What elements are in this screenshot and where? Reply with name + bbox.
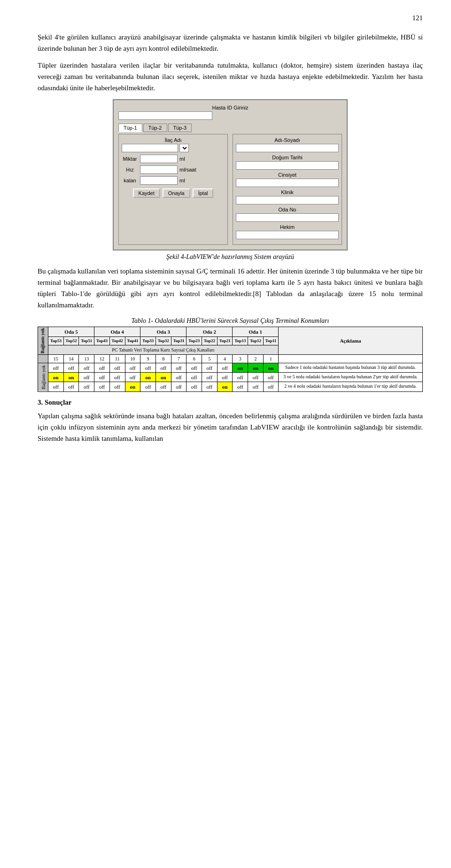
tab-bar: Tüp-1 Tüp-2 Tüp-3 (118, 124, 342, 132)
r2c11: off (202, 373, 218, 382)
r1c15: on (263, 363, 278, 373)
tup32-header: Tup32 (156, 337, 171, 345)
tup52-header: Tup52 (63, 337, 79, 345)
r2-aciklama: 3 ve 5 nolu odadaki hastaların başında b… (279, 373, 423, 382)
kalan-unit: ml (179, 178, 185, 183)
oda-header-row: Bağlantı yok Oda 5 Oda 4 Oda 3 Oda 2 Oda… (38, 327, 423, 337)
r3c6: on (125, 382, 140, 391)
tup33-header: Tup33 (140, 337, 156, 345)
oda4-header: Oda 4 (94, 327, 140, 337)
oda2-header: Oda 2 (187, 327, 233, 337)
r2c6: off (125, 373, 140, 382)
hasta-id-section: Hasta ID Giriniz (118, 105, 342, 120)
r2c2: on (63, 373, 79, 382)
r3c5: off (109, 382, 125, 391)
hiz-input[interactable] (140, 165, 178, 174)
ilac-adi-label: İlaç Adı (122, 137, 225, 143)
tup23-header: Tup23 (187, 337, 202, 345)
hekim-input[interactable] (236, 231, 339, 239)
cinsiyet-label: Cinsiyet (236, 172, 339, 178)
labview-right-panel: Adı-Soyadı Doğum Tarihi Cinsiyet Klinik (233, 134, 342, 245)
r2c12: off (217, 373, 233, 382)
kaydet-button[interactable]: Kaydet (133, 188, 160, 198)
dogum-tarihi-label: Doğum Tarihi (236, 155, 339, 160)
dogum-tarihi-field: Doğum Tarihi (236, 155, 339, 170)
r3c3: off (79, 382, 94, 391)
ch8: 8 (156, 355, 171, 363)
tup12-header: Tup12 (248, 337, 264, 345)
oda-no-label: Oda No (236, 207, 339, 212)
ch10: 10 (125, 355, 140, 363)
ch11: 11 (109, 355, 125, 363)
r1c3: off (79, 363, 94, 373)
kalan-input[interactable] (140, 176, 178, 185)
paragraph-2: Tüpler üzerinden hastalara verilen ilaçl… (38, 60, 423, 94)
hiz-unit: ml/saat (179, 167, 196, 172)
figure-caption: Şekil 4-LabVIEW'de hazırlanmış Sistem ar… (113, 253, 348, 261)
r2c9: off (171, 373, 187, 382)
tup21-header: Tup21 (217, 337, 233, 345)
kalan-label: kalan (122, 178, 138, 183)
r1c13: on (233, 363, 248, 373)
ilac-adi-input[interactable] (122, 144, 178, 152)
r2c4: off (94, 373, 110, 382)
table-row: Bağlantı yok off off off off off off off… (38, 363, 423, 373)
paragraph-3: Bu çalışmada kullanılan veri toplama sis… (38, 266, 423, 311)
tup51-header: Tup51 (79, 337, 94, 345)
ilac-adi-field: İlaç Adı (122, 137, 225, 152)
oda-no-input[interactable] (236, 213, 339, 222)
pc-row-label: PC Tabanlı Veri Toplama Kartı Sayısal Çı… (48, 345, 279, 355)
tab-tup3[interactable]: Tüp-3 (168, 124, 192, 132)
channel-col-header (38, 355, 48, 363)
ch15: 15 (48, 355, 64, 363)
tup22-header: Tup22 (202, 337, 218, 345)
adi-soyadi-label: Adı-Soyadı (236, 137, 339, 143)
miktar-input[interactable] (140, 155, 178, 163)
ch12: 12 (94, 355, 110, 363)
labview-ui: Hasta ID Giriniz Tüp-1 Tüp-2 Tüp-3 İlaç … (113, 99, 348, 250)
klinik-input[interactable] (236, 196, 339, 204)
r1c5: off (109, 363, 125, 373)
ilac-dropdown[interactable] (179, 144, 189, 152)
channel-numbers-row: 15 14 13 12 11 10 9 8 7 6 5 4 3 2 1 (38, 355, 423, 363)
r3c13: off (233, 382, 248, 391)
cinsiyet-input[interactable] (236, 179, 339, 187)
tab-tup1[interactable]: Tüp-1 (118, 124, 142, 132)
r3c7: off (140, 382, 156, 391)
r3c2: off (63, 382, 79, 391)
r1c6: off (125, 363, 140, 373)
tup43-header: Tup43 (94, 337, 110, 345)
adi-soyadi-input[interactable] (236, 144, 339, 152)
tup42-header: Tup42 (109, 337, 125, 345)
iptal-button[interactable]: İptal (193, 188, 214, 198)
tab-tup2[interactable]: Tüp-2 (143, 124, 167, 132)
ch3: 3 (233, 355, 248, 363)
tup11-header: Tup11 (263, 337, 278, 345)
r3c9: off (171, 382, 187, 391)
miktar-field: Miktar ml (122, 155, 225, 163)
r2c15: off (263, 373, 278, 382)
paragraph-4: Yapılan çalışma sağlık sektöründe insana… (38, 410, 423, 444)
ch0-aciklama (279, 355, 423, 363)
baglanti-yok-cell: Bağlantı yok (38, 363, 48, 391)
action-buttons: Kaydet Onayla İptal (122, 188, 225, 198)
section-3-title: 3. Sonuçlar (38, 399, 423, 407)
hekim-label: Hekim (236, 224, 339, 230)
r2c3: off (79, 373, 94, 382)
ch2: 2 (248, 355, 264, 363)
ch4: 4 (217, 355, 233, 363)
r2c13: off (233, 373, 248, 382)
adi-soyadi-field: Adı-Soyadı (236, 137, 339, 152)
tup31-header: Tup31 (171, 337, 187, 345)
hasta-id-input[interactable] (118, 111, 212, 120)
cinsiyet-field: Cinsiyet (236, 172, 339, 187)
onayla-button[interactable]: Onayla (163, 188, 190, 198)
aciklama-header: Açıklama (279, 327, 423, 355)
dogum-tarihi-input[interactable] (236, 161, 339, 170)
ch6: 6 (187, 355, 202, 363)
r3c10: off (187, 382, 202, 391)
r3c1: off (48, 382, 64, 391)
ch13: 13 (79, 355, 94, 363)
oda-no-field: Oda No (236, 207, 339, 222)
labview-left-panel: İlaç Adı Miktar ml Hız ml/ (118, 134, 228, 245)
